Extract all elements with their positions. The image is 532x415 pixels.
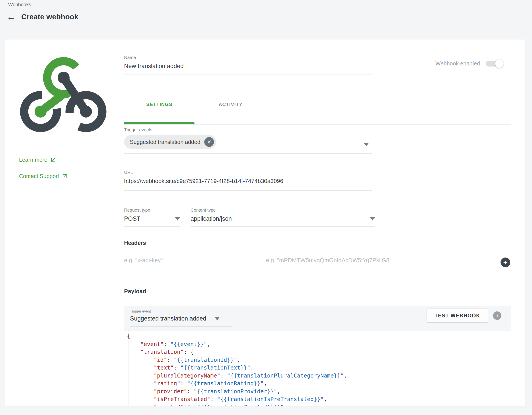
content-type-value: application/json [190,215,232,222]
learn-more-label: Learn more [19,157,48,163]
trigger-event-chip: Suggested translation added ✕ [124,135,216,149]
code-line: "isPreTranslated": "{{translationIsPreTr… [127,395,511,403]
back-arrow-icon[interactable]: ← [7,12,16,21]
tab-divider [124,124,511,125]
header-key-input[interactable] [124,250,257,268]
chevron-down-icon [215,317,219,320]
chevron-down-icon [370,217,375,220]
header-value-input[interactable] [266,250,485,268]
code-line: "translation": { [127,348,511,356]
create-webhook-card: Learn more Contact Support Name New tran… [5,40,525,406]
request-type-group: Request type POST [124,208,180,227]
test-webhook-button[interactable]: TEST WEBHOOK [427,308,488,323]
contact-support-link[interactable]: Contact Support [19,173,67,179]
payload-heading: Payload [124,288,146,295]
name-label: Name [124,55,372,60]
chip-label: Suggested translation added [130,139,200,145]
request-type-label: Request type [124,208,180,213]
name-input[interactable]: New translation added [124,63,372,70]
url-input[interactable]: https://webhook.site/c9e75921-7719-4f28-… [124,178,372,185]
add-header-button[interactable]: + [501,257,510,267]
request-type-value: POST [124,215,141,222]
tab-bar: SETTINGS ACTIVITY [124,100,266,109]
webhook-enabled-row: Webhook enabled [435,60,503,67]
header-value-field [266,250,485,268]
breadcrumb[interactable]: Webhooks [8,2,31,8]
url-field-group: URL https://webhook.site/c9e75921-7719-4… [124,170,372,191]
code-line: "rating": "{{translationRating}}", [127,379,511,387]
tab-settings[interactable]: SETTINGS [124,100,195,109]
url-label: URL [124,170,372,175]
webhook-enabled-toggle[interactable] [486,61,503,67]
content-type-label: Content type [190,208,375,213]
toggle-knob [495,59,504,68]
trigger-events-group: Trigger events Suggested translation add… [124,127,372,154]
tab-activity[interactable]: ACTIVITY [195,100,266,109]
code-line: "id": "{{translationId}}", [127,356,511,364]
payload-trigger-event-value: Suggested translation added [130,315,206,322]
payload-code[interactable]: { "event": "{{event}}", "translation": {… [124,330,511,406]
webhook-enabled-label: Webhook enabled [435,60,480,67]
code-line: "pluralCategoryName": "{{translationPlur… [127,372,511,380]
contact-support-label: Contact Support [19,173,59,179]
content-type-select[interactable]: application/json [190,215,375,227]
payload-panel: Trigger event Suggested translation adde… [124,306,511,406]
payload-panel-header: Trigger event Suggested translation adde… [124,306,511,330]
chip-remove-icon[interactable]: ✕ [204,137,214,147]
name-field-group: Name New translation added [124,55,372,75]
code-line: { [127,332,511,340]
external-link-icon [62,174,67,179]
page-header: ← Create webhook [7,12,78,21]
header-key-field [124,250,257,268]
external-link-icon [50,157,56,163]
chevron-down-icon [175,217,180,220]
request-type-select[interactable]: POST [124,215,180,227]
chevron-down-icon[interactable] [364,143,369,146]
content-type-group: Content type application/json [190,208,375,227]
trigger-events-select[interactable]: Suggested translation added ✕ [124,132,372,154]
webhook-logo-icon [19,53,108,142]
code-line: "text": "{{translationText}}", [127,364,511,372]
info-icon[interactable]: i [493,311,501,320]
learn-more-link[interactable]: Learn more [19,157,56,163]
code-line: "provider": "{{translationProvider}}", [127,387,511,395]
code-line: "createdAt": "{{translationCreatedAt}}", [127,403,511,406]
headers-heading: Headers [124,240,146,246]
code-line: "event": "{{event}}", [127,340,511,348]
payload-select-underline [130,326,232,327]
page-title: Create webhook [21,13,78,21]
trigger-events-label: Trigger events [124,127,372,132]
